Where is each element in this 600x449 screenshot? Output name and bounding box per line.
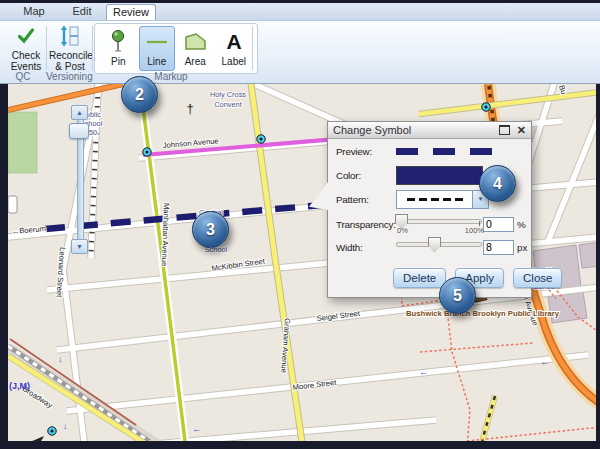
svg-text:←: ← [540,357,549,367]
reconcile-post-button[interactable]: Reconcile & Post [49,24,91,72]
transparency-slider[interactable]: 0% 100% [396,214,480,234]
change-symbol-dialog: Change Symbol ✕ Preview: Color: Pattern:… [327,121,532,298]
preview-dash [470,148,492,155]
zoom-out-button[interactable]: ▼ [71,239,88,254]
callout-badge-3: 3 [192,211,229,248]
ribbon: Map Edit Review Check Events QC Reconc [0,0,600,84]
preview-dash [396,148,418,155]
dialog-body: Preview: Color: Pattern: ▼ Transparency: [328,139,531,297]
callout-badge-4: 4 [479,165,516,202]
slider-min-label: 0% [397,226,408,235]
area-tool-button[interactable]: Area [177,26,214,71]
tab-map[interactable]: Map [10,3,58,20]
ribbon-body: Check Events QC Reconcile & Post Version… [0,21,600,84]
svg-text:←: ← [192,424,201,434]
svg-text:←: ← [419,367,428,377]
width-slider[interactable] [396,237,480,257]
group-label-qc: QC [0,71,46,82]
width-input[interactable] [483,240,514,255]
library-label: Bushwick Branch Brooklyn Public Library [406,309,560,318]
pattern-preview [397,198,472,201]
callout-badge-2: 2 [121,76,158,113]
width-slider-thumb[interactable] [428,237,441,252]
group-label-versioning: Versioning [46,71,92,82]
tab-review[interactable]: Review [106,4,156,20]
zoom-slider-thumb[interactable] [69,123,89,139]
park-area [8,112,37,173]
svg-text:↓: ↓ [58,354,63,364]
transparency-unit: % [517,219,526,230]
slider-max-label: 100% [465,226,484,235]
pin-icon [101,27,136,56]
app-window: { "ribbon": { "tabs": [ {"label": "Map",… [0,0,600,449]
check-events-button[interactable]: Check Events [6,24,46,72]
color-label: Color: [336,170,396,181]
delete-button[interactable]: Delete [393,268,446,288]
group-divider [252,26,253,70]
pattern-label: Pattern: [336,194,396,205]
svg-text:A: A [226,30,241,53]
symbol-preview [396,148,492,156]
zoom-in-button[interactable]: ▲ [71,105,88,120]
tab-edit[interactable]: Edit [58,3,106,20]
cutoff-label-box [8,196,17,213]
pin-tool-button[interactable]: Pin [100,26,137,71]
area-icon [178,27,213,56]
callout-badge-5: 5 [439,277,476,314]
svg-text:Holy Cross: Holy Cross [210,90,246,99]
transparency-input[interactable] [483,217,514,232]
svg-text:Convent: Convent [214,100,242,109]
line-tool-button[interactable]: Line [139,26,176,71]
close-icon[interactable]: ✕ [517,125,526,136]
group-divider [46,26,47,70]
width-label: Width: [336,242,396,253]
church-cross-icon: † [186,101,193,116]
close-button[interactable]: Close [513,268,562,288]
reconcile-icon [49,24,91,48]
dialog-title: Change Symbol [333,124,411,136]
preview-dash [433,148,455,155]
subway-line-label: (J,M) [9,381,30,391]
markup-tool-panel: Pin Line Area A Label [94,23,258,74]
width-unit: px [517,242,527,253]
group-divider [92,26,93,70]
preview-label: Preview: [336,146,396,157]
maximize-icon[interactable] [499,125,510,135]
label-a-icon: A [217,27,252,56]
dialog-titlebar[interactable]: Change Symbol ✕ [328,122,531,139]
pattern-dropdown[interactable]: ▼ [396,190,489,209]
line-icon [140,27,175,56]
transparency-label: Transparency: [336,219,396,230]
label-tool-button[interactable]: A Label [216,26,253,71]
group-label-markup: Markup [94,71,248,82]
check-icon [6,24,46,48]
svg-text:↓: ↓ [63,421,68,431]
ribbon-tab-bar: Map Edit Review [0,3,600,21]
color-swatch[interactable] [396,166,483,185]
